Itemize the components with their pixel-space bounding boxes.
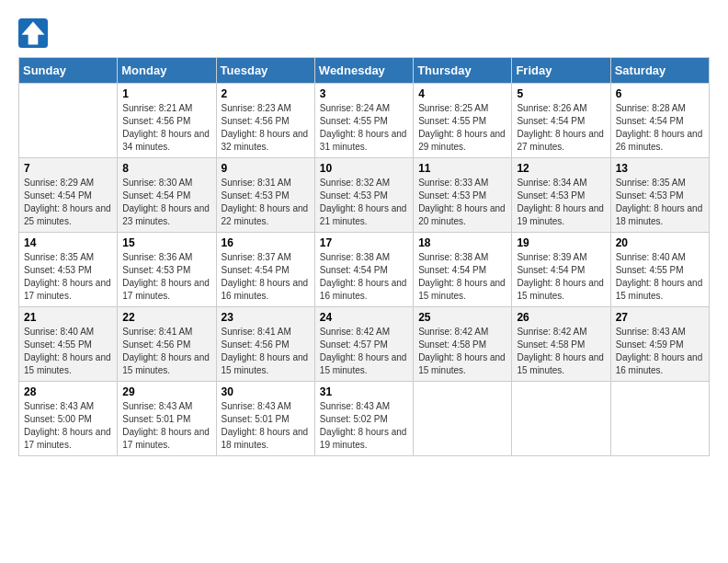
calendar-day-cell: 9Sunrise: 8:31 AMSunset: 4:53 PMDaylight… bbox=[216, 158, 314, 233]
calendar-day-cell: 14Sunrise: 8:35 AMSunset: 4:53 PMDayligh… bbox=[19, 233, 118, 307]
day-number: 3 bbox=[320, 87, 408, 100]
day-number: 13 bbox=[616, 162, 704, 175]
day-number: 31 bbox=[320, 385, 408, 398]
day-number: 11 bbox=[418, 162, 506, 175]
calendar-day-cell: 22Sunrise: 8:41 AMSunset: 4:56 PMDayligh… bbox=[118, 307, 216, 382]
day-number: 23 bbox=[222, 311, 310, 324]
weekday-header: Thursday bbox=[414, 58, 512, 84]
day-number: 5 bbox=[517, 87, 605, 100]
day-number: 21 bbox=[24, 311, 112, 324]
day-number: 30 bbox=[222, 385, 310, 398]
day-info: Sunrise: 8:23 AMSunset: 4:56 PMDaylight:… bbox=[222, 102, 310, 154]
calendar-day-cell: 31Sunrise: 8:43 AMSunset: 5:02 PMDayligh… bbox=[314, 382, 413, 456]
day-number: 16 bbox=[222, 236, 310, 249]
day-number: 6 bbox=[616, 87, 704, 100]
calendar-week-row: 21Sunrise: 8:40 AMSunset: 4:55 PMDayligh… bbox=[19, 307, 710, 382]
calendar-day-cell: 27Sunrise: 8:43 AMSunset: 4:59 PMDayligh… bbox=[610, 307, 709, 382]
day-info: Sunrise: 8:29 AMSunset: 4:54 PMDaylight:… bbox=[24, 177, 112, 228]
calendar-week-row: 14Sunrise: 8:35 AMSunset: 4:53 PMDayligh… bbox=[19, 233, 710, 307]
day-number: 22 bbox=[122, 311, 210, 324]
day-info: Sunrise: 8:32 AMSunset: 4:53 PMDaylight:… bbox=[320, 177, 408, 228]
day-number: 9 bbox=[222, 162, 310, 175]
day-number: 26 bbox=[517, 311, 605, 324]
calendar-day-cell: 13Sunrise: 8:35 AMSunset: 4:53 PMDayligh… bbox=[610, 158, 709, 233]
logo bbox=[18, 18, 53, 48]
calendar-table: SundayMondayTuesdayWednesdayThursdayFrid… bbox=[18, 57, 710, 456]
calendar-day-cell: 3Sunrise: 8:24 AMSunset: 4:55 PMDaylight… bbox=[314, 84, 413, 158]
day-info: Sunrise: 8:28 AMSunset: 4:54 PMDaylight:… bbox=[616, 102, 704, 154]
weekday-header: Monday bbox=[118, 58, 216, 84]
day-number: 28 bbox=[24, 385, 112, 398]
calendar-day-cell: 10Sunrise: 8:32 AMSunset: 4:53 PMDayligh… bbox=[314, 158, 413, 233]
calendar-day-cell: 12Sunrise: 8:34 AMSunset: 4:53 PMDayligh… bbox=[512, 158, 610, 233]
day-number: 4 bbox=[418, 87, 506, 100]
day-info: Sunrise: 8:43 AMSunset: 5:01 PMDaylight:… bbox=[222, 400, 310, 452]
day-number: 29 bbox=[122, 385, 210, 398]
day-number: 15 bbox=[122, 236, 210, 249]
day-number: 25 bbox=[418, 311, 506, 324]
day-info: Sunrise: 8:43 AMSunset: 4:59 PMDaylight:… bbox=[616, 326, 704, 377]
day-info: Sunrise: 8:31 AMSunset: 4:53 PMDaylight:… bbox=[222, 177, 310, 228]
calendar-day-cell: 28Sunrise: 8:43 AMSunset: 5:00 PMDayligh… bbox=[19, 382, 118, 456]
calendar-week-row: 7Sunrise: 8:29 AMSunset: 4:54 PMDaylight… bbox=[19, 158, 710, 233]
day-number: 12 bbox=[517, 162, 605, 175]
calendar-day-cell: 17Sunrise: 8:38 AMSunset: 4:54 PMDayligh… bbox=[314, 233, 413, 307]
day-info: Sunrise: 8:39 AMSunset: 4:54 PMDaylight:… bbox=[517, 251, 605, 303]
day-info: Sunrise: 8:35 AMSunset: 4:53 PMDaylight:… bbox=[24, 251, 112, 303]
calendar-day-cell: 18Sunrise: 8:38 AMSunset: 4:54 PMDayligh… bbox=[414, 233, 512, 307]
day-info: Sunrise: 8:43 AMSunset: 5:02 PMDaylight:… bbox=[320, 400, 408, 452]
day-info: Sunrise: 8:38 AMSunset: 4:54 PMDaylight:… bbox=[418, 251, 506, 303]
calendar-day-cell: 6Sunrise: 8:28 AMSunset: 4:54 PMDaylight… bbox=[610, 84, 709, 158]
calendar-day-cell: 1Sunrise: 8:21 AMSunset: 4:56 PMDaylight… bbox=[118, 84, 216, 158]
calendar-day-cell: 21Sunrise: 8:40 AMSunset: 4:55 PMDayligh… bbox=[19, 307, 118, 382]
calendar-day-cell: 5Sunrise: 8:26 AMSunset: 4:54 PMDaylight… bbox=[512, 84, 610, 158]
calendar-day-cell: 11Sunrise: 8:33 AMSunset: 4:53 PMDayligh… bbox=[414, 158, 512, 233]
calendar-day-cell bbox=[414, 382, 512, 456]
calendar-day-cell: 15Sunrise: 8:36 AMSunset: 4:53 PMDayligh… bbox=[118, 233, 216, 307]
calendar-day-cell: 7Sunrise: 8:29 AMSunset: 4:54 PMDaylight… bbox=[19, 158, 118, 233]
calendar-week-row: 1Sunrise: 8:21 AMSunset: 4:56 PMDaylight… bbox=[19, 84, 710, 158]
weekday-header: Saturday bbox=[610, 58, 709, 84]
day-info: Sunrise: 8:35 AMSunset: 4:53 PMDaylight:… bbox=[616, 177, 704, 228]
day-number: 14 bbox=[24, 236, 112, 249]
day-number: 10 bbox=[320, 162, 408, 175]
calendar-day-cell: 4Sunrise: 8:25 AMSunset: 4:55 PMDaylight… bbox=[414, 84, 512, 158]
logo-icon bbox=[18, 18, 48, 48]
day-info: Sunrise: 8:36 AMSunset: 4:53 PMDaylight:… bbox=[122, 251, 210, 303]
calendar-day-cell: 20Sunrise: 8:40 AMSunset: 4:55 PMDayligh… bbox=[610, 233, 709, 307]
calendar-day-cell bbox=[512, 382, 610, 456]
day-info: Sunrise: 8:26 AMSunset: 4:54 PMDaylight:… bbox=[517, 102, 605, 154]
day-number: 27 bbox=[616, 311, 704, 324]
day-number: 19 bbox=[517, 236, 605, 249]
day-info: Sunrise: 8:33 AMSunset: 4:53 PMDaylight:… bbox=[418, 177, 506, 228]
calendar-day-cell: 24Sunrise: 8:42 AMSunset: 4:57 PMDayligh… bbox=[314, 307, 413, 382]
day-info: Sunrise: 8:25 AMSunset: 4:55 PMDaylight:… bbox=[418, 102, 506, 154]
day-info: Sunrise: 8:42 AMSunset: 4:58 PMDaylight:… bbox=[418, 326, 506, 377]
calendar-day-cell: 30Sunrise: 8:43 AMSunset: 5:01 PMDayligh… bbox=[216, 382, 314, 456]
day-info: Sunrise: 8:21 AMSunset: 4:56 PMDaylight:… bbox=[122, 102, 210, 154]
weekday-header: Sunday bbox=[19, 58, 118, 84]
calendar-day-cell: 16Sunrise: 8:37 AMSunset: 4:54 PMDayligh… bbox=[216, 233, 314, 307]
weekday-header: Tuesday bbox=[216, 58, 314, 84]
page-header bbox=[18, 18, 710, 48]
day-number: 1 bbox=[122, 87, 210, 100]
day-info: Sunrise: 8:41 AMSunset: 4:56 PMDaylight:… bbox=[222, 326, 310, 377]
day-info: Sunrise: 8:40 AMSunset: 4:55 PMDaylight:… bbox=[24, 326, 112, 377]
day-number: 17 bbox=[320, 236, 408, 249]
day-info: Sunrise: 8:30 AMSunset: 4:54 PMDaylight:… bbox=[122, 177, 210, 228]
calendar-day-cell: 23Sunrise: 8:41 AMSunset: 4:56 PMDayligh… bbox=[216, 307, 314, 382]
calendar-day-cell: 8Sunrise: 8:30 AMSunset: 4:54 PMDaylight… bbox=[118, 158, 216, 233]
calendar-day-cell: 25Sunrise: 8:42 AMSunset: 4:58 PMDayligh… bbox=[414, 307, 512, 382]
day-info: Sunrise: 8:42 AMSunset: 4:58 PMDaylight:… bbox=[517, 326, 605, 377]
day-info: Sunrise: 8:38 AMSunset: 4:54 PMDaylight:… bbox=[320, 251, 408, 303]
day-info: Sunrise: 8:41 AMSunset: 4:56 PMDaylight:… bbox=[122, 326, 210, 377]
day-info: Sunrise: 8:43 AMSunset: 5:00 PMDaylight:… bbox=[24, 400, 112, 452]
calendar-day-cell: 2Sunrise: 8:23 AMSunset: 4:56 PMDaylight… bbox=[216, 84, 314, 158]
calendar-week-row: 28Sunrise: 8:43 AMSunset: 5:00 PMDayligh… bbox=[19, 382, 710, 456]
calendar-day-cell bbox=[610, 382, 709, 456]
day-info: Sunrise: 8:43 AMSunset: 5:01 PMDaylight:… bbox=[122, 400, 210, 452]
day-number: 2 bbox=[222, 87, 310, 100]
day-info: Sunrise: 8:37 AMSunset: 4:54 PMDaylight:… bbox=[222, 251, 310, 303]
day-info: Sunrise: 8:42 AMSunset: 4:57 PMDaylight:… bbox=[320, 326, 408, 377]
day-number: 20 bbox=[616, 236, 704, 249]
